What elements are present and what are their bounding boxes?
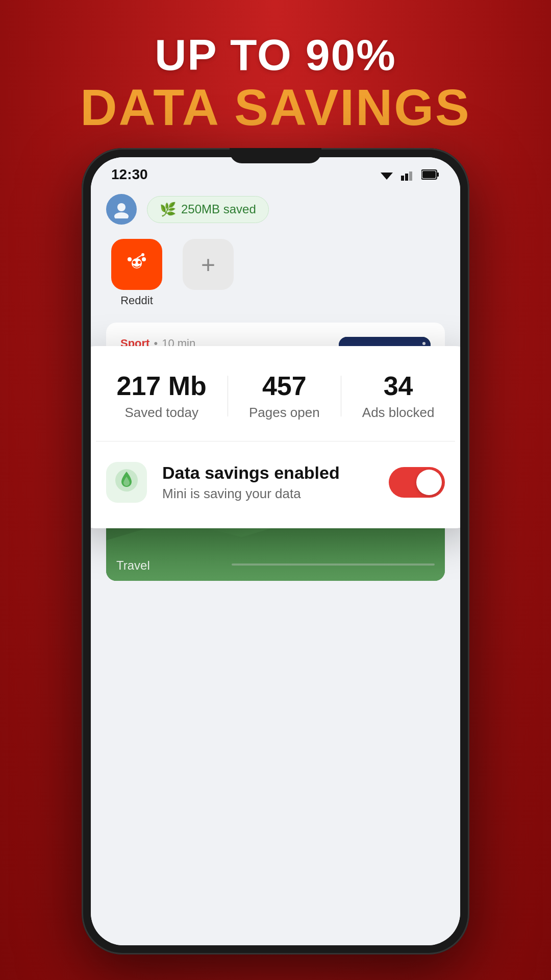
phone-screen: 12:30	[91, 157, 460, 945]
stat-divider-2	[341, 376, 341, 416]
data-savings-row: Data savings enabled Mini is saving your…	[106, 462, 445, 503]
data-savings-text: Data savings enabled Mini is saving your…	[162, 463, 373, 502]
hero-line1: UP TO 90%	[0, 31, 551, 79]
quick-icon-add[interactable]: +	[178, 239, 239, 307]
data-savings-icon	[114, 468, 139, 498]
svg-point-15	[142, 257, 146, 261]
signal-icon	[401, 168, 415, 181]
stat-saved: 217 Mb Saved today	[117, 372, 207, 421]
wifi-icon	[379, 168, 395, 181]
add-icon: +	[183, 239, 234, 290]
data-savings-toggle[interactable]	[389, 467, 445, 498]
svg-point-12	[133, 261, 136, 264]
reddit-icon	[111, 239, 162, 290]
svg-rect-2	[401, 176, 404, 181]
data-saved-text: 250MB saved	[181, 202, 256, 216]
card-divider	[96, 441, 455, 442]
svg-rect-4	[409, 172, 412, 181]
avatar[interactable]	[106, 194, 137, 225]
headline-label: Travel	[116, 558, 150, 573]
svg-rect-7	[422, 171, 436, 178]
data-savings-subtitle: Mini is saving your data	[162, 486, 373, 502]
stat-saved-label: Saved today	[117, 405, 207, 421]
svg-point-14	[128, 257, 132, 261]
quick-access: Reddit +	[91, 229, 460, 312]
stat-pages-label: Pages open	[249, 405, 320, 421]
floating-card: 217 Mb Saved today 457 Pages open 34 Ads…	[91, 346, 460, 528]
data-savings-icon-wrap	[106, 462, 147, 503]
stat-ads-label: Ads blocked	[362, 405, 435, 421]
stat-ads-value: 34	[362, 372, 435, 401]
stat-saved-value: 217 Mb	[117, 372, 207, 401]
phone-notch	[230, 148, 321, 163]
battery-icon	[421, 169, 440, 180]
stat-ads: 34 Ads blocked	[362, 372, 435, 421]
toggle-thumb	[416, 470, 442, 495]
hero-section: UP TO 90% DATA SAVINGS	[0, 31, 551, 135]
quick-icon-reddit[interactable]: Reddit	[106, 239, 167, 307]
stat-pages: 457 Pages open	[249, 372, 320, 421]
data-saved-badge[interactable]: 🌿 250MB saved	[147, 196, 269, 223]
leaf-icon: 🌿	[160, 202, 176, 217]
hero-line2: DATA SAVINGS	[0, 79, 551, 135]
svg-point-17	[141, 253, 144, 256]
status-icons	[379, 168, 440, 181]
stat-divider-1	[228, 376, 228, 416]
phone-mockup: 12:30	[82, 148, 469, 954]
reddit-label: Reddit	[120, 294, 153, 307]
data-savings-title: Data savings enabled	[162, 463, 373, 483]
svg-rect-6	[437, 173, 439, 177]
screen-content: Reddit + Sport • 10 min Latest English F	[91, 229, 460, 945]
svg-rect-3	[405, 174, 408, 181]
stat-pages-value: 457	[249, 372, 320, 401]
browser-topbar: 🌿 250MB saved	[91, 189, 460, 230]
svg-point-13	[138, 261, 141, 264]
svg-point-9	[114, 212, 129, 218]
stats-row: 217 Mb Saved today 457 Pages open 34 Ads…	[106, 372, 445, 421]
status-time: 12:30	[111, 166, 148, 183]
svg-point-8	[117, 203, 126, 211]
